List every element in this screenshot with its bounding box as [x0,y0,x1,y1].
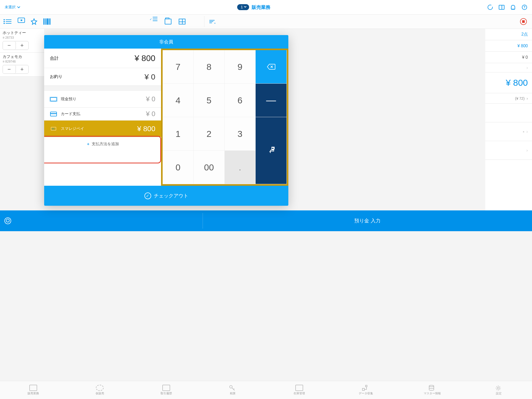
backspace-icon [267,64,276,70]
cash-value: ¥ 0 [146,95,155,103]
key-3[interactable]: 3 [225,117,256,151]
chevron-down-icon [17,6,20,8]
change-row: お釣り ¥ 0 [44,68,161,86]
key-6[interactable]: 6 [225,84,256,117]
total-value: ¥ 800 [135,54,155,63]
decrement-button[interactable]: − [3,41,16,50]
change-value: ¥ 0 [144,72,155,81]
folder-icon[interactable] [165,19,171,24]
etc-icon: etc. [51,127,56,130]
cash-icon [50,97,57,101]
quantity-stepper: − + [3,41,29,50]
camera-icon[interactable]: IIII [18,18,25,23]
user-button[interactable] [0,217,16,224]
smaregi-label: スマレジペイ [61,126,134,131]
list-item[interactable]: カフェモカ ≡ 829746 − + [0,53,44,77]
user-icon [4,217,11,224]
grid-icon[interactable] [179,19,185,24]
decrement-button[interactable]: − [3,65,16,74]
key-00[interactable]: 00 [194,151,224,184]
item-name: カフェモカ [3,54,42,59]
increment-button[interactable]: + [16,41,29,50]
gap [44,86,161,91]
selector-label: 未選択 [5,5,16,10]
total-row: 合計 ¥ 800 [44,49,161,68]
keypad: 7 8 9 4 5 6 — 1 2 3 [161,49,288,186]
checklist-icon[interactable] [151,19,157,24]
top-left-selector[interactable]: 未選択 [5,5,20,10]
star-icon[interactable] [30,18,38,25]
checkout-button[interactable]: ✓ チェックアウト [44,186,288,206]
page-title: 販売業務 [252,4,270,10]
cash-label: 現金預り [61,97,142,102]
change-label: お釣り [50,74,62,79]
payment-column: 合計 ¥ 800 お釣り ¥ 0 現金預り ¥ 0 カード支払 ¥ 0 etc.… [44,49,161,186]
chevron-down-icon [244,6,247,8]
item-list: ホットティー ≡ 26733 − + カフェモカ ≡ 829746 − + [0,29,44,77]
quantity-stepper: − + [3,65,29,74]
smaregi-payment-row[interactable]: etc. スマレジペイ ¥ 800 [44,121,161,137]
increment-button[interactable]: + [16,65,29,74]
top-center: 1 販売業務 [237,4,270,10]
check-icon: ✓ [144,192,151,199]
card-icon [50,112,57,116]
cash-payment-row[interactable]: 現金預り ¥ 0 [44,91,161,108]
item-code: ≡ 26733 [3,36,42,39]
key-minus[interactable]: — [256,84,287,117]
card-payment-row[interactable]: カード支払 ¥ 0 [44,108,161,121]
total-label: 合計 [50,55,59,61]
bottom-action-bar: 預り金 入力 [0,210,332,231]
key-0[interactable]: 0 [163,151,194,184]
card-label: カード支払 [61,111,142,116]
key-1[interactable]: 1 [163,117,194,151]
enter-icon [268,147,275,155]
top-bar: 未選択 1 販売業務 ? [0,0,332,15]
sort-add-icon[interactable] [209,20,215,23]
list-item[interactable]: ホットティー ≡ 26733 − + [0,29,44,53]
key-9[interactable]: 9 [225,50,256,84]
barcode-icon[interactable] [43,18,51,25]
key-4[interactable]: 4 [163,84,194,117]
key-8[interactable]: 8 [194,50,224,84]
key-backspace[interactable] [256,50,287,84]
toolbar: IIII [0,15,332,29]
terminal-badge[interactable]: 1 [237,4,249,10]
checkout-popup: 非会員 合計 ¥ 800 お釣り ¥ 0 現金預り ¥ 0 カード支払 ¥ 0 [44,35,288,206]
item-code: ≡ 829746 [3,60,42,63]
key-enter[interactable] [256,117,287,184]
popup-header[interactable]: 非会員 [44,35,288,49]
key-7[interactable]: 7 [163,50,194,84]
add-payment-button[interactable]: ＋ 支払方法を追加 [44,137,161,151]
card-value: ¥ 0 [146,110,155,118]
item-name: ホットティー [3,30,42,35]
key-dot[interactable]: . [225,151,256,184]
plus-icon: ＋ [86,142,90,147]
deposit-input-button[interactable]: 預り金 入力 [203,217,332,224]
smaregi-value: ¥ 800 [137,125,155,133]
separator [204,16,204,27]
key-5[interactable]: 5 [194,84,224,117]
key-2[interactable]: 2 [194,117,224,151]
list-icon[interactable] [5,18,12,25]
